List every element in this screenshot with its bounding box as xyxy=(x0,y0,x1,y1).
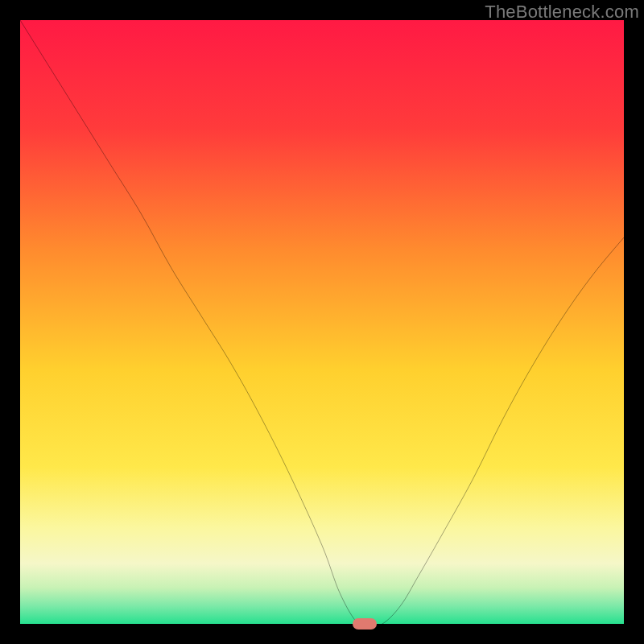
plot-area xyxy=(20,20,624,624)
chart-container: TheBottleneck.com xyxy=(0,0,644,644)
svg-rect-0 xyxy=(20,20,624,624)
optimal-marker xyxy=(353,618,377,630)
watermark-label: TheBottleneck.com xyxy=(485,2,639,23)
gradient-background xyxy=(20,20,624,624)
